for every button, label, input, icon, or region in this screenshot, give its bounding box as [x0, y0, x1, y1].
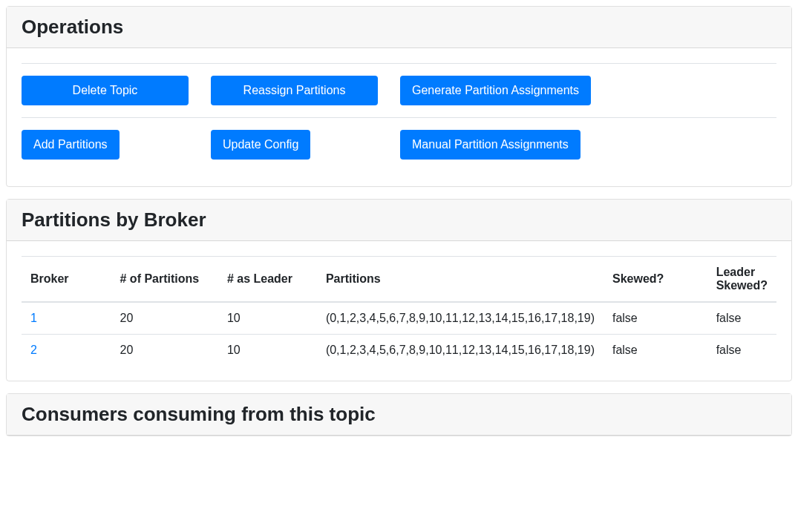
generate-partition-assignments-button[interactable]: Generate Partition Assignments — [400, 76, 591, 105]
cell-num-partitions: 20 — [111, 302, 218, 335]
update-config-button[interactable]: Update Config — [211, 130, 310, 160]
table-row: 1 20 10 (0,1,2,3,4,5,6,7,8,9,10,11,12,13… — [22, 302, 776, 335]
header-partitions: Partitions — [317, 257, 604, 303]
header-broker: Broker — [22, 257, 111, 303]
cell-as-leader: 10 — [218, 302, 317, 335]
partitions-by-broker-title: Partitions by Broker — [22, 208, 776, 231]
broker-link[interactable]: 1 — [30, 312, 37, 324]
cell-as-leader: 10 — [218, 335, 317, 367]
partitions-by-broker-header: Partitions by Broker — [7, 200, 791, 241]
add-partitions-button[interactable]: Add Partitions — [22, 130, 120, 160]
broker-link[interactable]: 2 — [30, 344, 37, 356]
consumers-card: Consumers consuming from this topic — [6, 393, 792, 436]
header-leader-skewed: Leader Skewed? — [707, 257, 776, 303]
header-skewed: Skewed? — [604, 257, 707, 303]
operations-body: Delete Topic Reassign Partitions Generat… — [7, 48, 791, 186]
cell-skewed: false — [604, 302, 707, 335]
partitions-table: Broker # of Partitions # as Leader Parti… — [22, 256, 776, 366]
cell-leader-skewed: false — [707, 335, 776, 367]
header-num-partitions: # of Partitions — [111, 257, 218, 303]
consumers-header: Consumers consuming from this topic — [7, 394, 791, 436]
table-row: 2 20 10 (0,1,2,3,4,5,6,7,8,9,10,11,12,13… — [22, 335, 776, 367]
cell-partitions: (0,1,2,3,4,5,6,7,8,9,10,11,12,13,14,15,1… — [317, 302, 604, 335]
reassign-partitions-button[interactable]: Reassign Partitions — [211, 76, 378, 105]
operations-row-1: Delete Topic Reassign Partitions Generat… — [22, 63, 776, 117]
partitions-by-broker-body: Broker # of Partitions # as Leader Parti… — [7, 241, 791, 381]
operations-header: Operations — [7, 7, 791, 48]
manual-partition-assignments-button[interactable]: Manual Partition Assignments — [400, 130, 580, 160]
partitions-by-broker-card: Partitions by Broker Broker # of Partiti… — [6, 199, 792, 381]
consumers-title: Consumers consuming from this topic — [22, 403, 776, 426]
cell-leader-skewed: false — [707, 302, 776, 335]
cell-skewed: false — [604, 335, 707, 367]
header-as-leader: # as Leader — [218, 257, 317, 303]
cell-partitions: (0,1,2,3,4,5,6,7,8,9,10,11,12,13,14,15,1… — [317, 335, 604, 367]
operations-title: Operations — [22, 16, 776, 39]
table-header-row: Broker # of Partitions # as Leader Parti… — [22, 257, 776, 303]
operations-card: Operations Delete Topic Reassign Partiti… — [6, 6, 792, 187]
operations-row-2: Add Partitions Update Config Manual Part… — [22, 117, 776, 171]
delete-topic-button[interactable]: Delete Topic — [22, 76, 189, 105]
cell-num-partitions: 20 — [111, 335, 218, 367]
